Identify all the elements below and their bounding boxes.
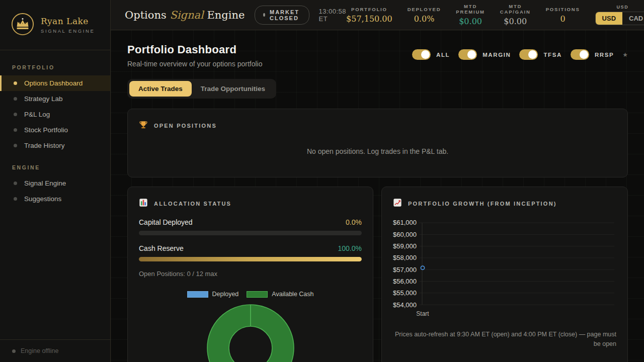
legend-item-available-cash[interactable]: Available Cash [247, 291, 313, 298]
sidebar: Ryan Lake SIGNAL ENGINE PORTFOLIOOptions… [0, 0, 111, 362]
allocation-row-label: Cash Reserve [139, 244, 184, 252]
brand: Ryan Lake SIGNAL ENGINE [0, 0, 110, 50]
currency-option-usd[interactable]: USD [596, 12, 622, 25]
bullet-icon [14, 97, 17, 101]
sidebar-item-options-dashboard[interactable]: Options Dashboard [0, 75, 110, 91]
currency-mini-label: USD [595, 5, 644, 10]
stat-positions: POSITIONS0 [546, 7, 580, 24]
stat-mtd-cap-gain: MTD CAP/GAIN$0.00 [500, 4, 531, 26]
sidebar-item-label: Trade History [24, 142, 65, 149]
stat-deployed: DEPLOYED0.0% [408, 7, 441, 24]
trophy-icon [139, 120, 148, 131]
market-status-badge: MARKET CLOSED [255, 6, 309, 25]
sidebar-item-label: Signal Engine [24, 179, 66, 187]
nav-section-gap [0, 153, 110, 160]
stat-label: DEPLOYED [408, 7, 441, 12]
header-stats: PORTFOLIO$57,150.00DEPLOYED0.0%MTD PREMI… [346, 4, 580, 26]
allocation-row-capital-deployed: Capital Deployed0.0% [139, 218, 362, 226]
sidebar-item-trade-history[interactable]: Trade History [0, 138, 110, 153]
sidebar-item-suggestions[interactable]: Suggestions [0, 191, 110, 207]
svg-text:$60,000: $60,000 [393, 231, 417, 238]
toggle-margin[interactable] [458, 49, 477, 60]
chart-up-icon [393, 198, 402, 209]
sidebar-item-label: Strategy Lab [24, 95, 63, 103]
app-title-accent: Signal [170, 9, 203, 21]
toggle-label-margin: MARGIN [482, 52, 511, 58]
currency-option-cad[interactable]: CAD [622, 12, 644, 25]
allocation-row-value: 0.0% [346, 218, 362, 226]
sidebar-item-label: Suggestions [24, 195, 61, 203]
tab-active-trades[interactable]: Active Trades [129, 81, 192, 97]
brand-name: Ryan Lake [41, 16, 95, 26]
clock: 13:00:58 ET [318, 8, 346, 23]
stat-value: 0.0% [408, 14, 441, 24]
currency-toggle: USDCAD [595, 12, 644, 25]
toggle-knob [421, 50, 430, 59]
toggle-all[interactable] [412, 49, 431, 60]
toggle-rrsp[interactable] [571, 49, 589, 60]
portfolio-growth-chart: $61,000$60,000$59,000$58,000$57,000$56,0… [393, 216, 616, 324]
status-dot-icon [12, 349, 16, 353]
portfolio-growth-title: PORTFOLIO GROWTH (FROM INCEPTION) [408, 201, 557, 207]
open-positions-title: OPEN POSITIONS [154, 123, 217, 129]
crown-icon [11, 13, 34, 38]
toggle-knob [467, 50, 476, 59]
engine-status-label: Engine offline [21, 347, 59, 354]
engine-status: Engine offline [0, 339, 110, 362]
sidebar-item-stock-portfolio[interactable]: Stock Portfolio [0, 122, 110, 138]
sidebar-item-p-l-log[interactable]: P&L Log [0, 107, 110, 122]
sidebar-item-label: P&L Log [24, 111, 50, 118]
svg-text:$58,000: $58,000 [393, 254, 417, 261]
bullet-icon [14, 113, 17, 116]
nav-section-label-portfolio: PORTFOLIO [0, 60, 110, 75]
open-positions-empty-message: No open positions. Log trades in the P&L… [139, 147, 616, 155]
page-subtitle: Real-time overview of your options portf… [127, 60, 262, 68]
open-positions-count: Open Positions: 0 / 12 max [139, 270, 362, 278]
sidebar-item-label: Stock Portfolio [24, 126, 68, 134]
toggle-knob [528, 50, 537, 59]
progress-fill [139, 257, 362, 261]
toggle-knob [580, 50, 588, 59]
stat-label: PORTFOLIO [346, 7, 392, 12]
svg-text:$55,000: $55,000 [393, 289, 417, 297]
bullet-icon [14, 81, 17, 85]
allocation-row-cash-reserve: Cash Reserve100.0% [139, 244, 362, 252]
allocation-rows: Capital Deployed0.0%Cash Reserve100.0% [139, 218, 362, 261]
progress-track [139, 231, 362, 235]
market-status-label: MARKET CLOSED [270, 9, 301, 21]
sidebar-item-strategy-lab[interactable]: Strategy Lab [0, 91, 110, 107]
stat-value: $57,150.00 [346, 14, 392, 24]
portfolio-growth-card: PORTFOLIO GROWTH (FROM INCEPTION) $61,00… [381, 187, 628, 362]
market-status-dot-icon [263, 13, 265, 17]
allocation-row-label: Capital Deployed [139, 218, 193, 226]
brand-text: Ryan Lake SIGNAL ENGINE [41, 16, 95, 34]
svg-text:$57,000: $57,000 [393, 266, 417, 274]
refresh-footnote: Prices auto-refresh at 9:30 AM ET (open)… [393, 330, 616, 349]
nav-section-label-engine: ENGINE [0, 160, 110, 175]
bullet-icon [14, 144, 17, 147]
open-positions-card: OPEN POSITIONS No open positions. Log tr… [127, 109, 628, 177]
toggle-tfsa[interactable] [519, 49, 538, 60]
bullet-icon [14, 182, 17, 185]
legend-item-deployed[interactable]: Deployed [187, 291, 239, 298]
svg-text:$59,000: $59,000 [393, 242, 417, 250]
allocation-status-card: ALLOCATION STATUS Capital Deployed0.0%Ca… [127, 187, 373, 362]
app-title-post: Engine [204, 9, 245, 21]
bar-chart-icon [139, 198, 148, 209]
sidebar-item-signal-engine[interactable]: Signal Engine [0, 175, 110, 191]
brand-subtitle: SIGNAL ENGINE [41, 28, 95, 34]
stat-label: MTD CAP/GAIN [500, 4, 531, 15]
tab-trade-opportunities[interactable]: Trade Opportunities [192, 81, 274, 97]
legend-swatch-icon [187, 291, 208, 298]
progress-track [139, 257, 362, 261]
main-content: Portfolio Dashboard Real-time overview o… [111, 30, 644, 362]
allocation-status-title: ALLOCATION STATUS [154, 201, 231, 207]
page-title: Portfolio Dashboard [127, 43, 262, 56]
star-icon[interactable]: ★ [622, 51, 628, 58]
svg-text:$56,000: $56,000 [393, 278, 417, 285]
app-title: Options Signal Engine [125, 9, 245, 21]
svg-text:$54,000: $54,000 [393, 301, 417, 309]
topbar: Options Signal Engine MARKET CLOSED 13:0… [111, 0, 644, 30]
account-toggles: ALLMARGINTFSARRSP★ [412, 49, 628, 60]
toggle-label-all: ALL [436, 52, 450, 58]
